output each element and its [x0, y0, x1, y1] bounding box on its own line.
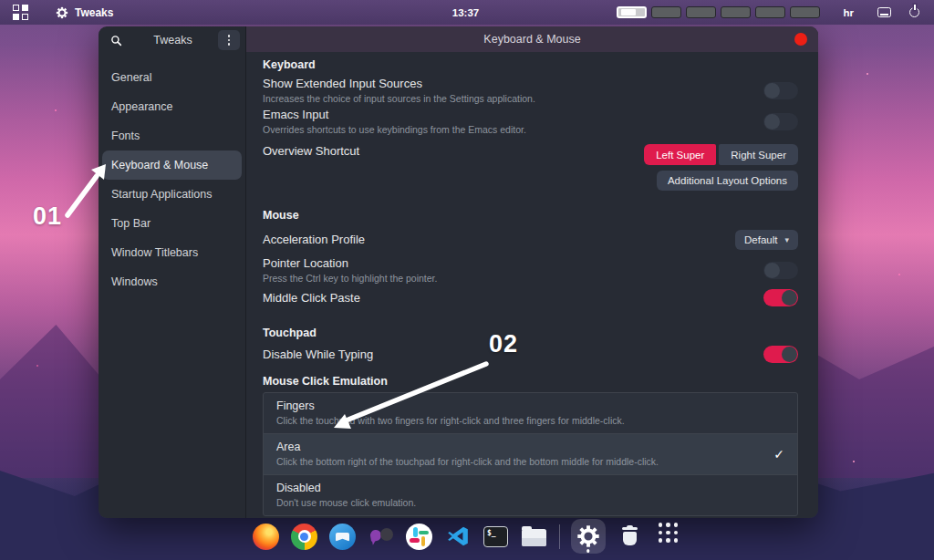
sidebar-item-keyboard-mouse[interactable]: Keyboard & Mouse: [102, 150, 242, 180]
setting-title: Acceleration Profile: [263, 230, 365, 250]
option-desc: Don't use mouse click emulation.: [276, 497, 784, 508]
acceleration-profile-dropdown[interactable]: Default ▾: [735, 230, 798, 250]
grid-square: [22, 5, 28, 11]
thunderbird-icon[interactable]: [329, 523, 357, 550]
additional-layout-options-button[interactable]: Additional Layout Options: [657, 171, 798, 191]
window-pill[interactable]: [686, 6, 716, 18]
setting-row-disable-while-typing: Disable While Typing: [263, 346, 798, 363]
setting-row-overview-shortcut: Overview Shortcut Left Super Right Super…: [263, 144, 798, 191]
setting-row-emacs-input: Emacs Input Overrides shortcuts to use k…: [263, 108, 798, 135]
search-icon: [110, 35, 122, 47]
option-title: Disabled: [276, 482, 784, 494]
vscode-icon[interactable]: [444, 523, 472, 550]
firefox-icon[interactable]: [253, 523, 280, 550]
chat-app-icon[interactable]: [368, 523, 395, 550]
keyboard-layout-indicator[interactable]: hr: [844, 7, 855, 18]
power-icon[interactable]: [909, 7, 919, 17]
menu-button[interactable]: [218, 30, 240, 50]
terminal-icon[interactable]: $_: [483, 523, 510, 550]
sidebar-item-fonts[interactable]: Fonts: [102, 121, 242, 150]
thunderbird-logo: [329, 524, 356, 550]
setting-row-middle-click-paste: Middle Click Paste: [263, 289, 798, 306]
firefox-logo: [253, 524, 279, 550]
emulation-option-fingers[interactable]: Fingers Click the touchpad with two fing…: [264, 393, 797, 434]
chrome-icon[interactable]: [291, 523, 318, 550]
sidebar-header: Tweaks: [99, 26, 245, 54]
dock: $_: [0, 519, 934, 554]
sidebar-item-general[interactable]: General: [102, 63, 242, 92]
grid-square: [13, 14, 19, 20]
grid-square: [13, 5, 19, 11]
settings-icon[interactable]: [571, 519, 606, 554]
toggle-extended-input[interactable]: [763, 82, 798, 99]
sidebar-item-startup-applications[interactable]: Startup Applications: [102, 180, 242, 209]
toggle-knob: [764, 114, 780, 130]
toggle-emacs-input[interactable]: [763, 113, 798, 130]
sidebar-item-window-titlebars[interactable]: Window Titlebars: [102, 238, 242, 267]
toggle-disable-while-typing[interactable]: [763, 346, 798, 363]
annotation-step-1: 01: [33, 202, 62, 231]
trash-shape: [622, 527, 638, 545]
trash-icon[interactable]: [617, 523, 644, 550]
window-pill[interactable]: [755, 6, 785, 18]
top-bar: Tweaks 13:37 hr: [0, 0, 934, 25]
sidebar-item-windows[interactable]: Windows: [102, 267, 242, 296]
files-icon[interactable]: [521, 523, 548, 550]
option-title: Fingers: [276, 399, 784, 412]
section-heading-touchpad: Touchpad: [263, 327, 798, 339]
activities-grid-icon[interactable]: [13, 5, 28, 20]
window-pill[interactable]: [721, 6, 751, 18]
app-grid-icon[interactable]: [655, 523, 682, 550]
check-icon: ✓: [773, 447, 784, 461]
toggle-pointer-location[interactable]: [763, 262, 798, 279]
sidebar-item-top-bar[interactable]: Top Bar: [102, 209, 242, 238]
slack-logo: [406, 524, 432, 550]
window-header[interactable]: Keyboard & Mouse: [246, 26, 818, 52]
left-super-button[interactable]: Left Super: [644, 144, 716, 165]
setting-desc: Overrides shortcuts to use keybindings f…: [263, 124, 526, 135]
kebab-menu-icon: [228, 35, 231, 37]
setting-desc: Increases the choice of input sources in…: [263, 93, 535, 104]
slack-icon[interactable]: [406, 523, 433, 550]
window-pill[interactable]: [790, 6, 820, 18]
grid-square: [22, 14, 28, 20]
setting-text: Disable While Typing: [263, 346, 373, 363]
window-pill[interactable]: [651, 6, 681, 18]
search-button[interactable]: [104, 29, 128, 51]
option-title: Area: [276, 441, 773, 453]
tweaks-window: Tweaks General Appearance Fonts Keyboard…: [99, 26, 818, 518]
terminal-glyph: $_: [483, 526, 508, 547]
emulation-option-area[interactable]: Area Click the bottom right of the touch…: [264, 434, 797, 475]
toggle-middle-click-paste[interactable]: [763, 289, 798, 306]
section-heading-keyboard: Keyboard: [263, 58, 798, 71]
focused-app-menu[interactable]: Tweaks: [56, 6, 113, 19]
dock-separator: [559, 524, 560, 549]
gear-icon: [576, 524, 600, 548]
clock[interactable]: 13:37: [452, 7, 479, 18]
setting-text: Pointer Location Press the Ctrl key to h…: [263, 256, 437, 284]
focused-app-name: Tweaks: [75, 6, 113, 19]
section-heading-mouse: Mouse: [263, 209, 798, 222]
overview-shortcut-controls: Left Super Right Super Additional Layout…: [644, 144, 798, 191]
option-text: Fingers Click the touchpad with two fing…: [276, 399, 784, 426]
setting-row-pointer-location: Pointer Location Press the Ctrl key to h…: [263, 256, 798, 284]
chrome-logo: [291, 524, 317, 550]
sidebar-items: General Appearance Fonts Keyboard & Mous…: [99, 54, 245, 296]
tweaks-app-icon: [56, 6, 68, 19]
display-icon[interactable]: [877, 7, 891, 17]
setting-title: Pointer Location: [263, 256, 437, 270]
settings-content: Keyboard Show Extended Input Sources Inc…: [246, 52, 818, 518]
close-button[interactable]: [794, 33, 807, 46]
option-text: Disabled Don't use mouse click emulation…: [276, 482, 784, 508]
window-pill[interactable]: [617, 6, 647, 18]
option-desc: Click the touchpad with two fingers for …: [276, 415, 784, 426]
emulation-option-disabled[interactable]: Disabled Don't use mouse click emulation…: [264, 475, 797, 515]
sidebar-item-appearance[interactable]: Appearance: [102, 92, 242, 121]
right-super-button[interactable]: Right Super: [719, 144, 798, 165]
setting-title: Disable While Typing: [263, 346, 373, 363]
setting-text: Middle Click Paste: [263, 289, 360, 306]
chat-dot: [380, 528, 393, 541]
top-bar-right: hr: [617, 0, 920, 25]
toggle-knob: [764, 83, 780, 99]
sidebar-title: Tweaks: [128, 34, 218, 47]
